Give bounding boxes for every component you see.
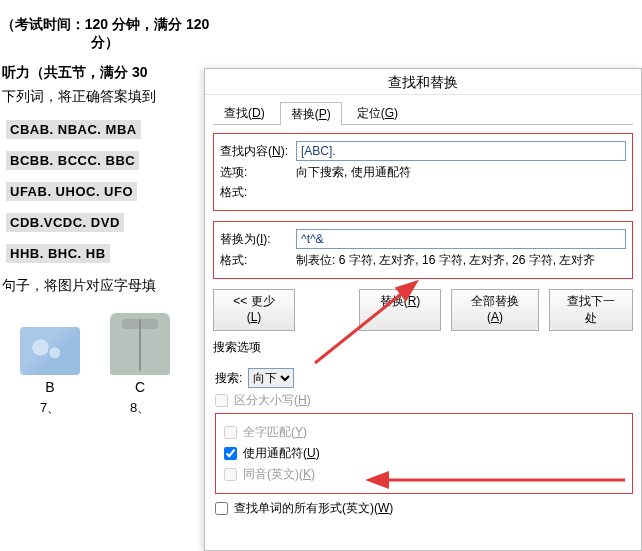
answer-row: BCBB. BCCC. BBC bbox=[6, 151, 139, 170]
less-button[interactable]: << 更少(L) bbox=[213, 289, 295, 331]
tab-strip: 查找(D) 替换(P) 定位(G) bbox=[213, 101, 633, 125]
replace-fields-group: 替换为(I): 格式: 制表位: 6 字符, 左对齐, 16 字符, 左对齐, … bbox=[213, 221, 633, 279]
instruction-text: 句子，将图片对应字母填 bbox=[2, 277, 210, 295]
image-label: B bbox=[20, 379, 80, 395]
word-forms-checkbox[interactable] bbox=[215, 502, 228, 515]
find-fields-group: 查找内容(N): 选项: 向下搜索, 使用通配符 格式: bbox=[213, 133, 633, 211]
wildcard-checkbox[interactable] bbox=[224, 447, 237, 460]
search-direction-label: 搜索: bbox=[215, 370, 242, 387]
word-forms-label: 查找单词的所有形式(英文)(W) bbox=[234, 500, 393, 517]
dialog-title: 查找和替换 bbox=[205, 69, 641, 95]
replace-label: 替换为(I): bbox=[220, 231, 296, 248]
answer-row: HHB. BHC. HB bbox=[6, 244, 110, 263]
match-case-checkbox bbox=[215, 394, 228, 407]
instruction-text: 下列词，将正确答案填到 bbox=[2, 88, 210, 106]
format-label: 格式: bbox=[220, 184, 296, 201]
image-sub: 7、 bbox=[20, 399, 80, 417]
find-label: 查找内容(N): bbox=[220, 143, 296, 160]
image-item: B 7、 bbox=[20, 327, 80, 417]
document-pane: （考试时间：120 分钟，满分 120 分） 听力（共五节，满分 30 下列词，… bbox=[0, 0, 210, 551]
answer-row: CDB.VCDC. DVD bbox=[6, 213, 124, 232]
answer-row: CBAB. NBAC. MBA bbox=[6, 120, 141, 139]
image-label: C bbox=[110, 379, 170, 395]
find-next-button[interactable]: 查找下一处 bbox=[549, 289, 633, 331]
format-value: 制表位: 6 字符, 左对齐, 16 字符, 左对齐, 26 字符, 左对齐 bbox=[296, 252, 626, 269]
map-image bbox=[20, 327, 80, 375]
whole-word-checkbox bbox=[224, 426, 237, 439]
tab-replace[interactable]: 替换(P) bbox=[280, 102, 342, 125]
options-value: 向下搜索, 使用通配符 bbox=[296, 164, 626, 181]
tab-goto[interactable]: 定位(G) bbox=[346, 101, 409, 124]
replace-input[interactable] bbox=[296, 229, 626, 249]
tab-label: 替换(P) bbox=[291, 107, 331, 121]
jacket-image bbox=[110, 313, 170, 375]
whole-word-label: 全字匹配(Y) bbox=[243, 424, 307, 441]
answer-block: CBAB. NBAC. MBA BCBB. BCCC. BBC UFAB. UH… bbox=[6, 114, 210, 269]
dialog-content: 查找(D) 替换(P) 定位(G) 查找内容(N): 选项: 向下搜索, 使用通… bbox=[205, 95, 641, 550]
find-input[interactable] bbox=[296, 141, 626, 161]
homophone-checkbox bbox=[224, 468, 237, 481]
tab-label: 查找(D) bbox=[224, 106, 265, 120]
replace-button[interactable]: 替换(R) bbox=[359, 289, 441, 331]
exam-subtitle: （考试时间：120 分钟，满分 120 分） bbox=[0, 16, 210, 52]
button-row: << 更少(L) 替换(R) 全部替换(A) 查找下一处 bbox=[213, 289, 633, 331]
tab-find[interactable]: 查找(D) bbox=[213, 101, 276, 124]
wildcard-group-highlight: 全字匹配(Y) 使用通配符(U) 同音(英文)(K) bbox=[215, 413, 633, 494]
wildcard-label: 使用通配符(U) bbox=[243, 445, 320, 462]
section-heading: 听力（共五节，满分 30 bbox=[2, 64, 210, 82]
image-sub: 8、 bbox=[110, 399, 170, 417]
find-replace-dialog: 查找和替换 查找(D) 替换(P) 定位(G) 查找内容(N): 选项: 向下搜… bbox=[204, 68, 642, 551]
search-options-pane: 搜索: 向下 区分大小写(H) 全字匹配(Y) 使用通配符(U) bbox=[213, 360, 633, 517]
image-item: C 8、 bbox=[110, 313, 170, 417]
format-label: 格式: bbox=[220, 252, 296, 269]
replace-all-button[interactable]: 全部替换(A) bbox=[451, 289, 539, 331]
search-direction-select[interactable]: 向下 bbox=[248, 368, 294, 388]
image-row: B 7、 C 8、 bbox=[20, 313, 210, 417]
search-options-header: 搜索选项 bbox=[213, 339, 633, 356]
homophone-label: 同音(英文)(K) bbox=[243, 466, 315, 483]
options-label: 选项: bbox=[220, 164, 296, 181]
answer-row: UFAB. UHOC. UFO bbox=[6, 182, 137, 201]
tab-label: 定位(G) bbox=[357, 106, 398, 120]
match-case-label: 区分大小写(H) bbox=[234, 392, 311, 409]
